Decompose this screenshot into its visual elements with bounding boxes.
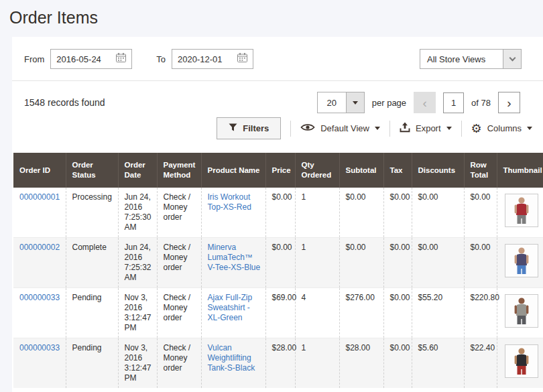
- row-total-cell: $22.40: [464, 338, 497, 389]
- total-pages-label: of 78: [471, 98, 491, 108]
- table-header-row: Order IDOrder StatusOrder DatePayment Me…: [13, 153, 543, 188]
- order-id-link[interactable]: 000000001: [19, 192, 60, 202]
- date-filter-bar: From 2016-05-24 To 2020-12-01 All Store …: [12, 37, 543, 81]
- discounts-cell: $55.20: [412, 288, 464, 338]
- per-page-select[interactable]: 20: [317, 92, 365, 113]
- order-id-cell: 000000002: [13, 238, 66, 288]
- order-date-cell: Jun 24, 2016 7:25:32 AM: [118, 238, 157, 288]
- chevron-right-icon: ›: [507, 96, 511, 109]
- qty-ordered-cell: 1: [295, 338, 339, 389]
- export-button[interactable]: Export: [400, 122, 452, 135]
- per-page-label: per page: [372, 98, 406, 108]
- thumbnail-cell: [497, 288, 543, 338]
- caret-down-icon: [346, 92, 364, 113]
- export-icon: [400, 122, 410, 135]
- discounts-cell: $5.60: [412, 338, 464, 389]
- from-label: From: [24, 54, 44, 64]
- filters-button[interactable]: Filters: [217, 117, 281, 139]
- product-name-link[interactable]: Iris Workout Top-XS-Red: [208, 192, 251, 212]
- to-date-input[interactable]: 2020-12-01: [172, 49, 253, 69]
- grid-actions-bar: Filters Default View Export ⚙: [12, 116, 543, 153]
- chevron-left-icon: ‹: [422, 96, 426, 109]
- product-name-cell: Ajax Full-Zip Sweatshirt - XL-Green: [201, 288, 265, 338]
- payment-method-cell: Check / Money order: [157, 288, 201, 338]
- thumbnail-cell: [497, 188, 543, 238]
- table-row: 000000033PendingNov 3, 2016 3:12:47 PMCh…: [13, 338, 543, 389]
- store-view-select[interactable]: All Store Views: [420, 49, 522, 69]
- tax-cell: $0.00: [383, 338, 412, 389]
- price-cell: $0.00: [265, 188, 295, 238]
- column-header-discounts[interactable]: Discounts: [412, 153, 464, 188]
- column-header-order-id[interactable]: Order ID: [13, 153, 66, 188]
- calendar-icon: [237, 53, 247, 65]
- product-name-cell: Minerva LumaTech™ V-Tee-XS-Blue: [201, 238, 265, 288]
- store-view-selected: All Store Views: [420, 50, 503, 68]
- page-title: Order Items: [0, 0, 543, 37]
- order-id-cell: 000000033: [13, 338, 66, 389]
- product-name-cell: Iris Workout Top-XS-Red: [201, 188, 265, 238]
- column-header-subtotal[interactable]: Subtotal: [339, 153, 383, 188]
- thumbnail-cell: [497, 338, 543, 389]
- divider: [389, 121, 390, 137]
- tax-cell: $0.00: [383, 288, 412, 338]
- order-id-link[interactable]: 000000002: [19, 243, 60, 252]
- payment-method-cell: Check / Money order: [157, 338, 201, 389]
- order-date-cell: Nov 3, 2016 3:12:47 PM: [118, 288, 157, 338]
- subtotal-cell: $28.00: [339, 338, 383, 389]
- default-view-button[interactable]: Default View: [300, 123, 380, 134]
- order-status-cell: Complete: [66, 238, 118, 288]
- table-row: 000000002CompleteJun 24, 2016 7:25:32 AM…: [13, 238, 543, 288]
- order-status-cell: Pending: [66, 338, 118, 389]
- columns-label: Columns: [487, 123, 522, 133]
- current-page-input[interactable]: 1: [443, 92, 464, 113]
- pagination: 20 per page ‹ 1 of 78 ›: [317, 92, 520, 113]
- columns-button[interactable]: ⚙ Columns: [471, 123, 532, 135]
- subtotal-cell: $0.00: [339, 188, 383, 238]
- default-view-label: Default View: [320, 123, 369, 133]
- per-page-value: 20: [318, 92, 346, 113]
- grid-controls-bar: 1548 records found 20 per page ‹ 1 of 78…: [12, 81, 543, 116]
- filter-funnel-icon: [229, 123, 237, 133]
- filters-button-label: Filters: [243, 123, 269, 133]
- order-id-link[interactable]: 000000033: [19, 293, 60, 302]
- product-name-link[interactable]: Ajax Full-Zip Sweatshirt - XL-Green: [208, 293, 253, 322]
- tax-cell: $0.00: [383, 188, 412, 238]
- caret-down-icon: [375, 127, 380, 133]
- payment-method-cell: Check / Money order: [157, 238, 201, 288]
- column-header-tax[interactable]: Tax: [383, 153, 412, 188]
- column-header-product-name[interactable]: Product Name: [201, 153, 265, 188]
- next-page-button[interactable]: ›: [498, 92, 520, 113]
- product-thumbnail-black-tank: [505, 344, 538, 378]
- column-header-qty-ordered[interactable]: Qty Ordered: [295, 153, 339, 188]
- to-date-value: 2020-12-01: [178, 54, 223, 64]
- table-row: 000000033PendingNov 3, 2016 3:12:47 PMCh…: [13, 288, 543, 338]
- previous-page-button[interactable]: ‹: [414, 92, 436, 113]
- subtotal-cell: $276.00: [339, 288, 383, 338]
- column-header-order-date[interactable]: Order Date: [118, 153, 157, 188]
- column-header-order-status[interactable]: Order Status: [66, 153, 118, 188]
- order-status-cell: Pending: [66, 288, 118, 338]
- product-name-cell: Vulcan Weightlifting Tank-S-Black: [201, 338, 265, 389]
- tax-cell: $0.00: [383, 238, 412, 288]
- order-date-cell: Jun 24, 2016 7:25:30 AM: [118, 188, 157, 238]
- product-name-link[interactable]: Vulcan Weightlifting Tank-S-Black: [208, 343, 255, 373]
- column-header-price[interactable]: Price: [265, 153, 295, 188]
- product-name-link[interactable]: Minerva LumaTech™ V-Tee-XS-Blue: [208, 243, 261, 272]
- payment-method-cell: Check / Money order: [157, 188, 201, 238]
- order-items-table-body: 000000001ProcessingJun 24, 2016 7:25:30 …: [13, 188, 543, 388]
- export-label: Export: [416, 123, 441, 133]
- discounts-cell: $0.00: [412, 188, 464, 238]
- from-date-value: 2016-05-24: [56, 54, 101, 64]
- row-total-cell: $0.00: [464, 238, 497, 288]
- order-items-report-page: Order Items From 2016-05-24 To 2020-12-0…: [0, 0, 543, 392]
- calendar-icon: [116, 53, 126, 65]
- content-panel: From 2016-05-24 To 2020-12-01 All Store …: [12, 37, 543, 392]
- column-header-thumbnail[interactable]: Thumbnail: [497, 153, 543, 188]
- column-header-payment-method[interactable]: Payment Method: [157, 153, 201, 188]
- chevron-down-icon: [503, 50, 521, 68]
- column-header-row-total[interactable]: Row Total: [464, 153, 497, 188]
- row-total-cell: $0.00: [464, 188, 497, 238]
- order-id-link[interactable]: 000000033: [19, 343, 60, 352]
- row-total-cell: $220.80: [464, 288, 497, 338]
- from-date-input[interactable]: 2016-05-24: [50, 49, 132, 69]
